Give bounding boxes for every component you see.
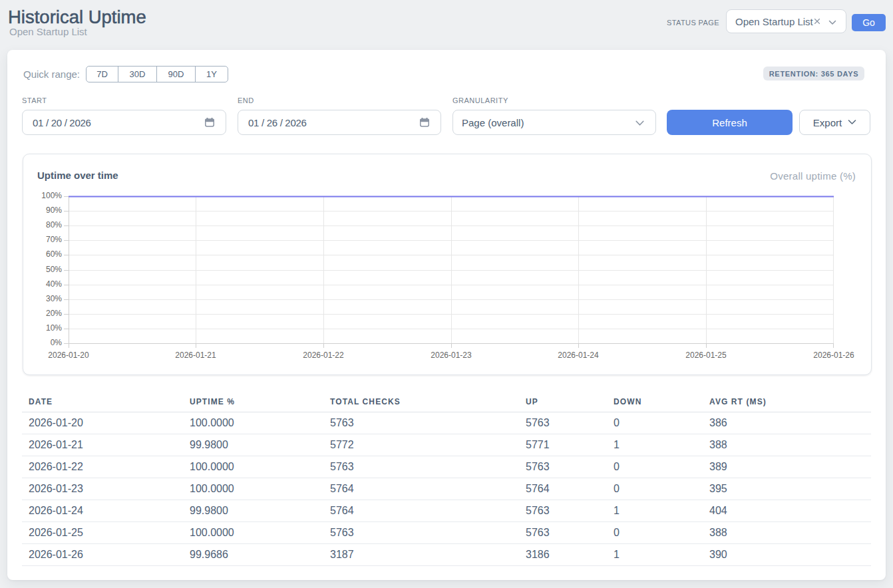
svg-text:100%: 100% [41, 192, 62, 200]
svg-text:70%: 70% [46, 235, 62, 244]
svg-text:20%: 20% [46, 309, 62, 318]
svg-text:2026-01-25: 2026-01-25 [685, 351, 727, 359]
svg-text:2026-01-26: 2026-01-26 [813, 351, 854, 359]
svg-text:2026-01-22: 2026-01-22 [303, 351, 344, 359]
svg-text:2026-01-20: 2026-01-20 [48, 351, 89, 359]
svg-text:60%: 60% [46, 249, 62, 259]
svg-text:2026-01-23: 2026-01-23 [431, 351, 472, 359]
svg-text:2026-01-24: 2026-01-24 [558, 351, 599, 359]
svg-text:80%: 80% [46, 220, 62, 229]
svg-text:10%: 10% [46, 323, 62, 333]
svg-text:2026-01-21: 2026-01-21 [175, 351, 216, 359]
svg-text:90%: 90% [46, 206, 62, 215]
svg-text:50%: 50% [46, 265, 62, 274]
svg-text:40%: 40% [46, 279, 62, 289]
svg-text:0%: 0% [51, 338, 63, 347]
svg-text:30%: 30% [46, 294, 62, 303]
